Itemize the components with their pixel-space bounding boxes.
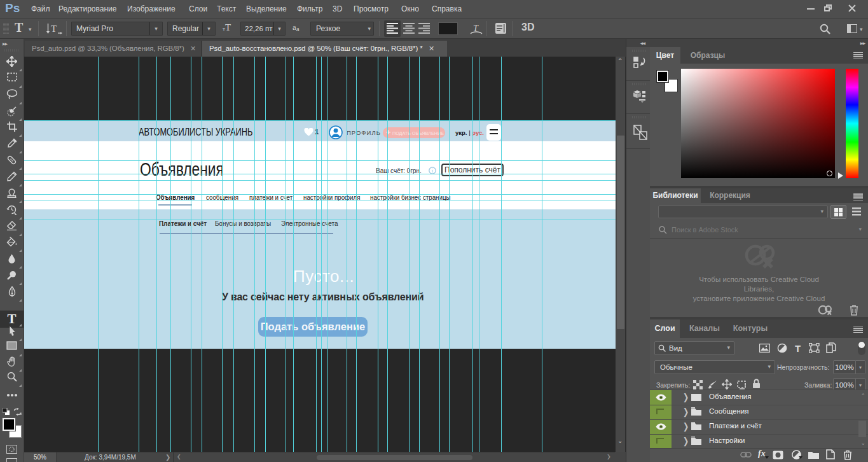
- svg-text:T: T: [473, 24, 479, 33]
- svg-text:T: T: [51, 24, 57, 34]
- svg-text:i: i: [432, 168, 434, 174]
